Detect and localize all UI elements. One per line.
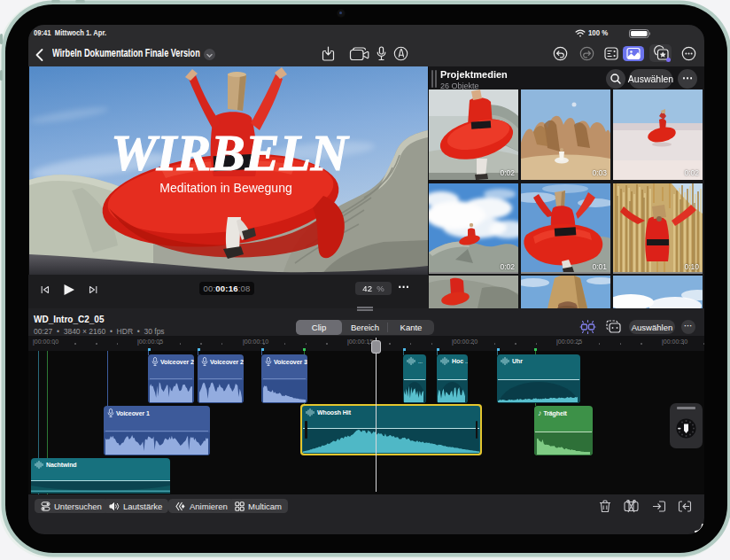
svg-text:Meditation in Bewegung: Meditation in Bewegung <box>159 181 291 195</box>
svg-text:WIRBELN: WIRBELN <box>111 124 350 182</box>
